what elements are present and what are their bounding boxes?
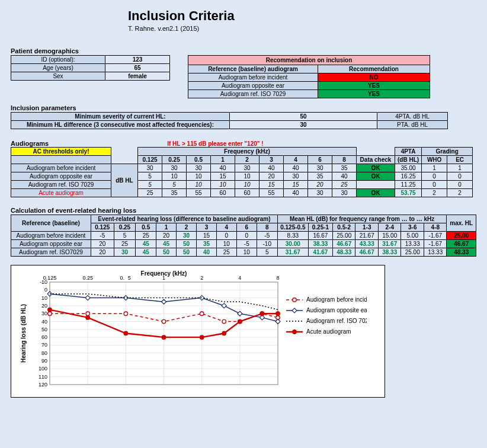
demo-head: Patient demographics: [11, 47, 170, 55]
svg-point-62: [48, 308, 52, 311]
demo-table: ID (optional):123Age (years)65Sexfemale: [11, 55, 170, 81]
svg-point-72: [293, 330, 296, 334]
svg-text:0: 0: [44, 287, 47, 293]
svg-text:8: 8: [276, 275, 279, 281]
aud-table: AC thresholds only!Frequency (kHz)4PTAGr…: [11, 147, 473, 197]
svg-text:70: 70: [41, 342, 47, 348]
svg-text:20: 20: [41, 303, 47, 309]
audiogram-chart: Frequency (kHz)-100102030405060708090100…: [11, 265, 385, 398]
svg-text:2: 2: [200, 275, 203, 281]
svg-point-68: [238, 319, 242, 323]
svg-point-65: [162, 335, 165, 339]
svg-text:Hearing loss (dB HL): Hearing loss (dB HL): [20, 304, 27, 363]
svg-text:60: 60: [41, 334, 47, 340]
svg-text:90: 90: [41, 358, 47, 364]
svg-point-69: [260, 312, 264, 315]
svg-text:Acute audiogram: Acute audiogram: [306, 328, 351, 335]
svg-text:40: 40: [41, 319, 47, 325]
svg-text:0.25: 0.25: [82, 275, 93, 281]
rec-table: Recommendation on inclusionReference (ba…: [188, 55, 430, 98]
svg-point-48: [124, 312, 127, 315]
svg-point-51: [222, 319, 226, 323]
svg-text:110: 110: [39, 374, 47, 380]
svg-text:1: 1: [162, 275, 165, 281]
svg-point-56: [293, 298, 296, 302]
svg-point-67: [222, 331, 226, 335]
incl-table: Minimum severity of current HL:504PTA. d…: [11, 112, 448, 129]
page-subtitle: T. Rahne. v.en2.1 (2015): [128, 25, 476, 32]
svg-text:30: 30: [41, 311, 47, 316]
svg-text:5: 5: [128, 275, 131, 281]
incl-head: Inclusion parameters: [11, 104, 476, 111]
svg-point-46: [48, 312, 52, 315]
svg-text:120: 120: [39, 382, 47, 388]
svg-text:10: 10: [41, 295, 47, 301]
svg-text:Audiogram ref. ISO 7029: Audiogram ref. ISO 7029: [306, 318, 367, 324]
page-title: Inclusion Criteria: [128, 8, 476, 24]
svg-text:100: 100: [39, 366, 47, 372]
svg-text:4: 4: [238, 275, 241, 281]
svg-text:0.: 0.: [120, 275, 125, 281]
svg-point-50: [200, 312, 203, 315]
svg-text:Audiogram opposite ear: Audiogram opposite ear: [306, 307, 367, 313]
svg-text:Audiogram before incident: Audiogram before incident: [306, 296, 367, 303]
svg-text:0.125: 0.125: [43, 275, 57, 281]
svg-point-70: [276, 312, 280, 315]
svg-point-64: [124, 331, 127, 335]
svg-point-47: [86, 312, 89, 315]
svg-point-49: [162, 319, 165, 323]
svg-point-66: [200, 335, 203, 339]
calc-head: Calculation of event-related hearing los…: [11, 207, 476, 214]
svg-point-63: [86, 316, 89, 319]
aud-head: Audiograms: [11, 140, 49, 147]
calc-table: Reference (baseline)Event-related hearin…: [11, 215, 476, 257]
svg-text:80: 80: [41, 350, 47, 356]
svg-text:50: 50: [41, 327, 47, 332]
hl-warning: If HL > 115 dB please enter "120" !: [167, 140, 263, 147]
